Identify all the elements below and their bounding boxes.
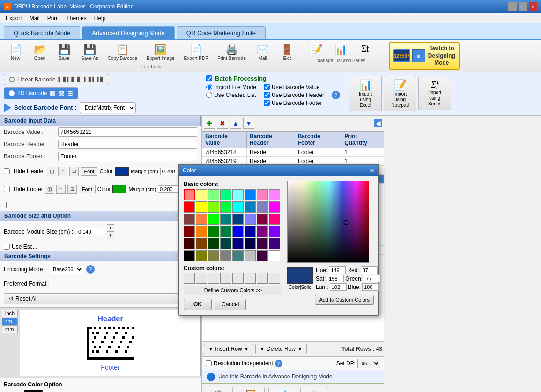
footer-font-button[interactable]: Font xyxy=(79,185,96,193)
barcode-value-input[interactable] xyxy=(58,127,197,137)
menu-themes[interactable]: Themes xyxy=(62,14,90,22)
header-align-right[interactable]: ⊡ xyxy=(69,167,79,176)
batch-processing-checkbox[interactable] xyxy=(206,75,212,81)
export-image-button[interactable]: 🖼️ Export Image xyxy=(142,42,178,63)
basic-swatch-40[interactable] xyxy=(269,238,280,249)
basic-swatch-31[interactable] xyxy=(257,226,268,237)
basic-swatch-17[interactable] xyxy=(184,214,195,225)
menu-export[interactable]: Export xyxy=(2,14,26,22)
copy-barcode-bottom-button[interactable]: 📋 CopyBarcode xyxy=(205,387,233,392)
header-align-left[interactable]: ◫ xyxy=(47,167,56,176)
hide-header-checkbox[interactable] xyxy=(4,168,10,174)
module-size-up[interactable]: ▲ xyxy=(107,224,114,232)
color-spectrum[interactable] xyxy=(287,181,369,263)
use-created-radio[interactable] xyxy=(206,92,212,98)
blue-input[interactable] xyxy=(362,283,379,291)
collapse-panel-button[interactable]: ◀ xyxy=(374,119,382,127)
green-input[interactable] xyxy=(364,275,381,282)
tab-quick-barcode[interactable]: Quick Barcode Mode xyxy=(4,26,80,39)
basic-swatch-12[interactable] xyxy=(220,201,231,213)
menu-print[interactable]: Print xyxy=(44,14,63,22)
basic-swatch-30[interactable] xyxy=(245,226,256,237)
use-barcode-value-cb[interactable] xyxy=(264,84,270,90)
basic-swatch-15[interactable] xyxy=(257,201,268,213)
hue-input[interactable] xyxy=(329,266,346,274)
basic-swatch-25[interactable] xyxy=(184,226,195,237)
save-button[interactable]: 💾 Save xyxy=(52,42,76,63)
exit-button[interactable]: 🚪 Exit xyxy=(275,42,299,63)
tab-advanced-designing[interactable]: Advanced Designing Mode xyxy=(82,26,174,39)
basic-swatch-44[interactable] xyxy=(220,250,231,261)
help-batch-button[interactable]: ? xyxy=(332,91,340,99)
font-selector-dropdown[interactable]: DataMatrix Font xyxy=(80,102,136,113)
export-image-bottom-button[interactable]: 🖼️ ExportImage xyxy=(237,387,265,392)
import-notepad-button[interactable]: 📝 ImportusingNotepad xyxy=(384,76,416,111)
basic-swatch-18[interactable] xyxy=(196,214,207,225)
basic-swatch-23[interactable] xyxy=(257,214,268,225)
resolution-independent-checkbox[interactable] xyxy=(206,360,212,366)
sigma-button[interactable]: Σf xyxy=(354,42,377,57)
basic-swatch-24[interactable] xyxy=(269,214,280,225)
unit-cm[interactable]: cm xyxy=(2,318,18,325)
twod-barcode-btn[interactable]: 2D Barcode ▦ ▩ ⊞ xyxy=(4,87,78,99)
red-input[interactable] xyxy=(361,266,378,274)
manage1-button[interactable]: 📝 xyxy=(305,42,328,57)
custom-swatch-1[interactable] xyxy=(184,273,195,284)
custom-swatch-8[interactable] xyxy=(269,273,280,284)
basic-swatch-32[interactable] xyxy=(269,226,280,237)
basic-swatch-13[interactable] xyxy=(232,201,244,213)
lum-input[interactable] xyxy=(330,283,347,291)
import-series-button[interactable]: Σf ImportusingSeries xyxy=(418,77,451,110)
color-dialog-cancel-button[interactable]: Cancel xyxy=(215,299,246,310)
basic-swatch-48[interactable] xyxy=(269,250,280,261)
unit-mm[interactable]: mm xyxy=(2,325,18,333)
basic-swatch-41[interactable] xyxy=(184,250,195,261)
export-pdf-bottom-button[interactable]: 📄 ExportPDF xyxy=(268,387,296,392)
menu-mail[interactable]: Mail xyxy=(26,14,44,22)
basic-swatch-19[interactable] xyxy=(208,214,219,225)
define-custom-colors-button[interactable]: Define Custom Colors >> xyxy=(184,286,282,295)
barcode-color-swatch[interactable] xyxy=(24,390,43,392)
minimize-button[interactable]: ─ xyxy=(508,2,517,11)
tab-qr-code[interactable]: QR Code Marketing Suite xyxy=(177,26,266,39)
print-barcode-bottom-button[interactable]: 🖨️ PrintBarcode xyxy=(300,387,328,392)
custom-swatch-6[interactable] xyxy=(245,273,256,284)
basic-swatch-21[interactable] xyxy=(232,214,244,225)
basic-swatch-11[interactable] xyxy=(208,201,219,213)
basic-swatch-27[interactable] xyxy=(208,226,219,237)
hide-footer-checkbox[interactable] xyxy=(4,186,10,192)
linear-barcode-btn[interactable]: Linear Barcode ▌▐▌▌▐▌▐▌ ▌▐▌▌▐▐▌ xyxy=(4,74,109,85)
mail-button[interactable]: ✉️ Mail xyxy=(251,42,274,63)
unit-inch[interactable]: inch xyxy=(2,310,18,317)
basic-swatch-45[interactable] xyxy=(232,250,244,261)
color-dialog-ok-button[interactable]: OK xyxy=(184,299,212,310)
barcode-footer-input[interactable] xyxy=(58,152,197,161)
maximize-button[interactable]: □ xyxy=(519,2,527,11)
basic-swatch-8[interactable] xyxy=(269,189,280,200)
table-row[interactable]: 7845653218 Header Footer 1 xyxy=(202,148,384,156)
custom-swatch-3[interactable] xyxy=(208,273,219,284)
delete-row-button[interactable]: ✖ xyxy=(217,118,228,129)
basic-swatch-22[interactable] xyxy=(245,214,256,225)
insert-row-button[interactable]: ▼ Insert Row ▼ xyxy=(204,344,253,354)
export-pdf-button[interactable]: 📄 Export PDF xyxy=(180,42,213,63)
footer-align-right[interactable]: ⊡ xyxy=(67,185,77,194)
basic-swatch-35[interactable] xyxy=(208,238,219,249)
footer-color-box[interactable] xyxy=(112,185,126,193)
basic-swatch-42[interactable] xyxy=(196,250,207,261)
add-row-button[interactable]: ✚ xyxy=(204,118,215,129)
basic-swatch-34[interactable] xyxy=(196,238,207,249)
basic-swatch-29[interactable] xyxy=(232,226,244,237)
switch-designing-mode-button[interactable]: 123567 ▦ Switch to Designing Mode xyxy=(389,42,460,70)
basic-swatch-20[interactable] xyxy=(220,214,231,225)
custom-swatch-2[interactable] xyxy=(196,273,207,284)
barcode-header-input[interactable] xyxy=(58,140,197,149)
import-excel-button[interactable]: 📊 ImportusingExcel xyxy=(349,76,382,111)
encoding-dropdown[interactable]: Base256 xyxy=(49,265,83,274)
basic-swatch-2[interactable] xyxy=(196,189,207,200)
basic-swatch-37[interactable] xyxy=(232,238,244,249)
use-barcode-footer-cb[interactable] xyxy=(264,100,270,106)
basic-swatch-5[interactable] xyxy=(232,189,244,200)
import-file-radio[interactable] xyxy=(206,84,212,90)
basic-swatch-26[interactable] xyxy=(196,226,207,237)
